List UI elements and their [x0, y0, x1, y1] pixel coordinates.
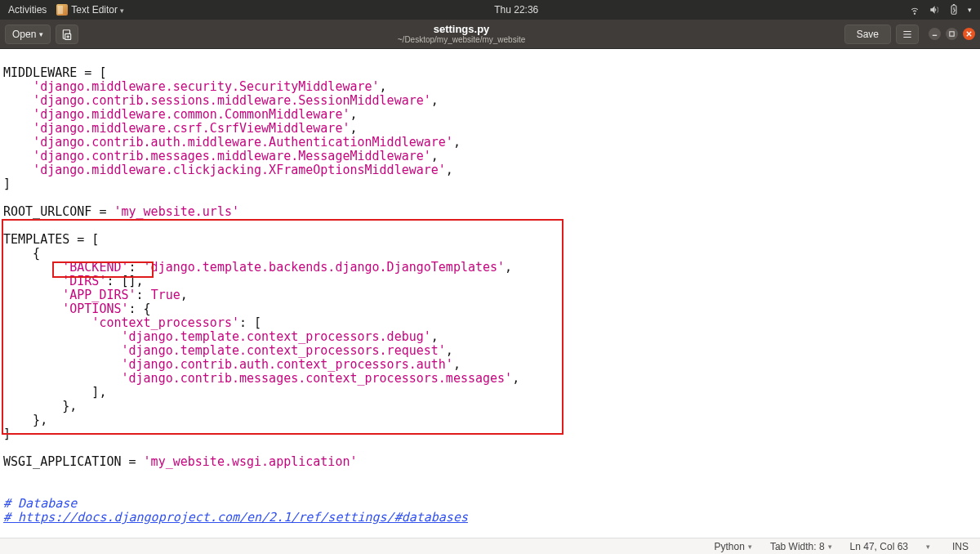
document-title: settings.py	[78, 24, 844, 35]
maximize-button[interactable]	[946, 28, 958, 40]
minimize-button[interactable]	[929, 28, 941, 40]
activities-button[interactable]: Activities	[8, 4, 47, 16]
new-tab-button[interactable]	[56, 25, 78, 44]
clock[interactable]: Thu 22:36	[124, 4, 909, 16]
status-bar: Python Tab Width: 8 Ln 47, Col 63 INS	[0, 538, 980, 554]
tab-width-selector[interactable]: Tab Width: 8	[770, 541, 832, 552]
cursor-position: Ln 47, Col 63	[850, 541, 908, 552]
close-button[interactable]	[963, 28, 975, 40]
volume-icon	[929, 4, 940, 16]
insert-mode: INS	[952, 541, 969, 552]
gnome-top-bar: Activities Text Editor Thu 22:36 ▾	[0, 0, 980, 20]
document-path: ~/Desktop/my_website/my_website	[78, 35, 844, 44]
text-editor-icon	[56, 4, 68, 16]
comment-database-link: # https://docs.djangoproject.com/en/2.1/…	[3, 510, 468, 525]
open-button[interactable]: Open ▾	[5, 25, 51, 44]
wifi-icon	[909, 4, 920, 16]
editor-header-bar: Open ▾ settings.py ~/Desktop/my_website/…	[0, 20, 980, 49]
comment-database: # Database	[3, 496, 77, 511]
battery-icon	[948, 4, 960, 16]
svg-rect-3	[950, 32, 954, 36]
new-document-icon	[61, 29, 73, 40]
chevron-down-icon: ▾	[39, 30, 43, 38]
app-menu[interactable]: Text Editor	[56, 4, 123, 16]
system-status-area[interactable]: ▾	[909, 4, 972, 16]
hamburger-menu-button[interactable]	[896, 25, 919, 44]
save-button[interactable]: Save	[844, 25, 891, 44]
language-selector[interactable]: Python	[715, 541, 752, 552]
app-menu-label: Text Editor	[71, 4, 123, 16]
hamburger-icon	[902, 29, 913, 40]
code-editor[interactable]: MIDDLEWARE = [ 'django.middleware.securi…	[0, 49, 980, 538]
chevron-down-icon: ▾	[968, 6, 972, 14]
highlight-templates-block	[2, 219, 564, 435]
overwrite-mode-selector[interactable]	[926, 543, 934, 551]
